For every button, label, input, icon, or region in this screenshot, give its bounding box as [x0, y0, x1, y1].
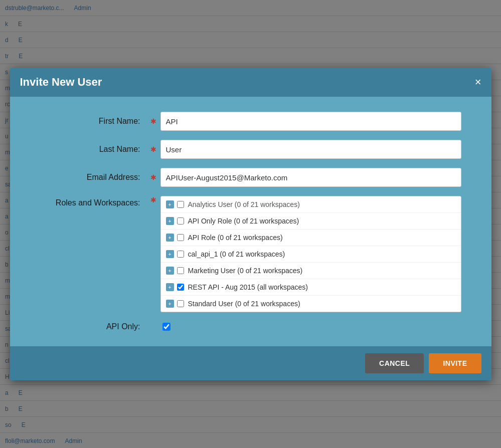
modal-title: Invite New User — [20, 76, 102, 89]
email-input[interactable] — [160, 168, 461, 187]
invite-user-modal: Invite New User × First Name: ✱ Last Nam… — [10, 68, 491, 380]
roles-row: Roles and Workspaces: ✱ + Analytics User… — [40, 196, 461, 312]
last-name-required: ✱ — [150, 145, 156, 153]
cancel-button[interactable]: CANCEL — [365, 353, 424, 373]
last-name-label: Last Name: — [40, 145, 150, 154]
invite-button[interactable]: INVITE — [429, 353, 481, 373]
role-expand-btn[interactable]: + — [166, 300, 174, 308]
roles-required: ✱ — [150, 196, 156, 204]
modal-footer: CANCEL INVITE — [10, 346, 491, 380]
roles-dropdown-container: + Analytics User (0 of 21 workspaces) + … — [160, 196, 461, 312]
role-label: Analytics User (0 of 21 workspaces) — [188, 200, 300, 208]
api-only-checkbox[interactable] — [162, 323, 171, 331]
role-label: cal_api_1 (0 of 21 workspaces) — [188, 250, 285, 258]
role-checkbox[interactable] — [177, 251, 184, 258]
roles-dropdown[interactable]: + Analytics User (0 of 21 workspaces) + … — [160, 196, 461, 312]
modal-header: Invite New User × — [10, 68, 491, 97]
first-name-label: First Name: — [40, 117, 150, 126]
role-expand-btn[interactable]: + — [166, 250, 174, 258]
role-item[interactable]: + API Role (0 of 21 workspaces) — [161, 230, 461, 246]
role-item[interactable]: + API Only Role (0 of 21 workspaces) — [161, 213, 461, 230]
role-expand-btn[interactable]: + — [166, 217, 174, 225]
role-expand-btn[interactable]: + — [166, 234, 174, 242]
role-label: Marketing User (0 of 21 workspaces) — [188, 267, 303, 275]
api-only-row: API Only: — [40, 322, 461, 331]
role-checkbox[interactable] — [177, 217, 184, 225]
modal-overlay: Invite New User × First Name: ✱ Last Nam… — [0, 0, 501, 448]
api-only-label: API Only: — [40, 322, 150, 331]
role-checkbox[interactable] — [177, 201, 184, 208]
modal-body: First Name: ✱ Last Name: ✱ Email Address… — [10, 97, 491, 346]
first-name-row: First Name: ✱ — [40, 112, 461, 131]
last-name-row: Last Name: ✱ — [40, 140, 461, 159]
role-expand-btn[interactable]: + — [166, 283, 174, 291]
role-item[interactable]: + Marketing User (0 of 21 workspaces) — [161, 263, 461, 279]
roles-scroll-area[interactable]: + Analytics User (0 of 21 workspaces) + … — [161, 196, 461, 312]
email-row: Email Address: ✱ — [40, 168, 461, 187]
role-label: API Only Role (0 of 21 workspaces) — [188, 217, 299, 225]
role-checkbox[interactable] — [177, 234, 184, 241]
roles-label: Roles and Workspaces: — [40, 196, 150, 207]
email-required: ✱ — [150, 173, 156, 181]
role-item[interactable]: + cal_api_1 (0 of 21 workspaces) — [161, 246, 461, 263]
email-label: Email Address: — [40, 173, 150, 182]
first-name-input[interactable] — [160, 112, 461, 131]
role-expand-btn[interactable]: + — [166, 200, 174, 208]
role-checkbox[interactable] — [177, 284, 184, 291]
role-item[interactable]: + Standard User (0 of 21 workspaces) — [161, 296, 461, 312]
role-label: Standard User (0 of 21 workspaces) — [188, 300, 300, 308]
last-name-input[interactable] — [160, 140, 461, 159]
role-item[interactable]: + Analytics User (0 of 21 workspaces) — [161, 196, 461, 213]
role-label: REST API - Aug 2015 (all workspaces) — [188, 283, 308, 291]
role-item[interactable]: + REST API - Aug 2015 (all workspaces) — [161, 279, 461, 296]
role-checkbox[interactable] — [177, 300, 184, 307]
modal-close-button[interactable]: × — [475, 77, 481, 88]
role-checkbox[interactable] — [177, 267, 184, 274]
role-expand-btn[interactable]: + — [166, 267, 174, 275]
first-name-required: ✱ — [150, 117, 156, 125]
role-label: API Role (0 of 21 workspaces) — [188, 234, 283, 242]
